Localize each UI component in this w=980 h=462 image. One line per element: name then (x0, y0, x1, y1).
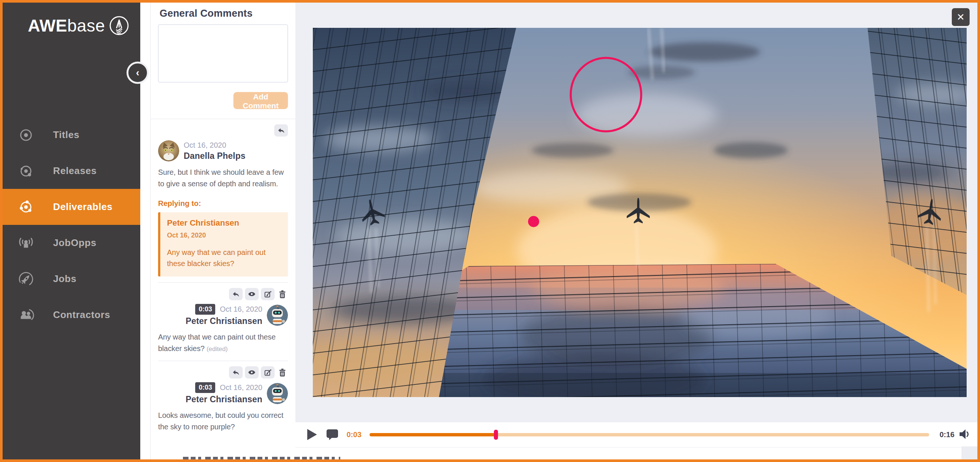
close-viewer-button[interactable]: ✕ (952, 8, 970, 26)
brand-logo[interactable]: AWEbase (28, 15, 129, 36)
close-icon: ✕ (957, 11, 965, 23)
sidebar-item-releases[interactable]: Releases (3, 153, 140, 189)
edit-icon (264, 291, 272, 298)
sidebar-item-label: Deliverables (53, 201, 113, 213)
play-button[interactable] (307, 429, 318, 440)
comment-date: Oct 16, 2020 (220, 305, 262, 314)
sidebar-item-deliverables[interactable]: Deliverables (3, 189, 140, 225)
reply-icon (278, 127, 285, 134)
comment-text: Looks awesome, but could you correct the… (158, 410, 288, 433)
avatar-danella[interactable] (158, 140, 179, 161)
clipped-footer-text (183, 457, 340, 459)
speaker-icon (959, 429, 970, 440)
sidebar-item-label: Contractors (53, 309, 110, 320)
trash-icon (279, 290, 286, 298)
seek-bar-elapsed (369, 433, 496, 437)
duration-time: 0:16 (940, 430, 955, 439)
robot-avatar-image (267, 383, 288, 404)
sidebar: AWEbase Titles Releases (3, 3, 140, 459)
robot-avatar-image (267, 305, 288, 326)
comment-peter-1: 0:03 Oct 16, 2020 Peter Christiansen (158, 282, 288, 361)
video-frame[interactable] (313, 28, 967, 397)
rocket-icon (18, 271, 35, 288)
sidebar-item-contractors[interactable]: Contractors (3, 297, 140, 333)
current-time: 0:03 (347, 430, 361, 439)
brand-text-light: base (67, 16, 105, 36)
delete-button[interactable] (277, 366, 288, 379)
sidebar-item-label: JobOpps (53, 237, 97, 249)
edit-button[interactable] (261, 288, 275, 300)
player-bar: 0:03 0:16 (295, 422, 977, 448)
trash-icon (279, 368, 286, 377)
sidebar-item-jobopps[interactable]: JobOpps (3, 225, 140, 261)
eye-icon (248, 369, 256, 376)
replying-to-label: Replying to: (158, 199, 288, 208)
reply-button[interactable] (274, 124, 288, 137)
edit-button[interactable] (261, 366, 275, 379)
broadcast-person-icon (18, 234, 35, 252)
orbit-nodes-icon (18, 199, 35, 216)
people-icon (18, 306, 35, 323)
playhead-marker[interactable] (494, 430, 498, 440)
reply-button[interactable] (229, 366, 243, 379)
delete-button[interactable] (277, 288, 288, 300)
chevron-left-icon: ‹ (136, 67, 139, 79)
cat-avatar-image (158, 140, 179, 161)
comments-panel: General Comments Add Comment (150, 3, 295, 459)
comment-marker-button[interactable] (326, 429, 339, 440)
annotation-dot[interactable] (528, 216, 539, 227)
comments-panel-title: General Comments (159, 8, 288, 19)
sidebar-nav: Titles Releases Deliverables (3, 117, 140, 333)
quoted-text: Any way that we can paint out these blac… (167, 247, 281, 269)
sidebar-item-label: Jobs (53, 273, 76, 285)
sidebar-collapse-button[interactable]: ‹ (127, 62, 149, 84)
video-timestamp-badge[interactable]: 0:03 (195, 304, 215, 315)
scroll-corner (961, 446, 977, 459)
orbit-icon (18, 162, 35, 180)
comment-date: Oct 16, 2020 (184, 141, 245, 150)
play-icon (307, 429, 317, 440)
avatar-peter[interactable] (267, 383, 288, 404)
quoted-comment: Peter Christiansen Oct 16, 2020 Any way … (158, 212, 288, 276)
comment-peter-2: 0:03 Oct 16, 2020 Peter Christiansen (158, 361, 288, 439)
reply-icon (232, 369, 240, 376)
reply-icon (232, 291, 240, 298)
visibility-button[interactable] (245, 366, 259, 379)
comment-danella: Oct 16, 2020 Danella Phelps Sure, but I … (158, 119, 288, 282)
add-comment-button[interactable]: Add Comment (234, 92, 288, 109)
quoted-date: Oct 16, 2020 (167, 231, 281, 239)
reply-button[interactable] (229, 288, 243, 300)
video-timestamp-badge[interactable]: 0:03 (195, 382, 215, 393)
visibility-button[interactable] (245, 288, 259, 300)
sidebar-item-titles[interactable]: Titles (3, 117, 140, 153)
volume-button[interactable] (959, 429, 970, 440)
speech-bubble-icon (326, 429, 339, 440)
comment-text: Sure, but I think we should leave a few … (158, 167, 288, 190)
eye-icon (248, 291, 256, 297)
seek-bar[interactable] (369, 433, 929, 437)
pencil-circle-logo-icon (109, 15, 129, 36)
comment-author: Danella Phelps (184, 151, 245, 161)
comment-composer: Add Comment (158, 19, 288, 109)
sidebar-item-label: Releases (53, 165, 97, 177)
comment-date: Oct 16, 2020 (220, 383, 262, 392)
avatar-peter[interactable] (267, 305, 288, 326)
sidebar-item-jobs[interactable]: Jobs (3, 261, 140, 297)
title-disc-icon (18, 127, 35, 143)
edited-label: (edited) (207, 346, 228, 352)
brand-text-bold: AWE (28, 16, 67, 36)
awebase-app: { "app": { "brand": { "bold": "AWE", "li… (0, 0, 980, 462)
sidebar-item-label: Titles (53, 129, 80, 141)
comment-author: Peter Christiansen (186, 316, 262, 326)
comment-input[interactable] (158, 24, 288, 82)
quoted-author: Peter Christiansen (167, 218, 281, 228)
comment-author: Peter Christiansen (186, 395, 262, 405)
edit-icon (264, 369, 272, 376)
comment-text: Any way that we can paint out these blac… (158, 331, 288, 355)
